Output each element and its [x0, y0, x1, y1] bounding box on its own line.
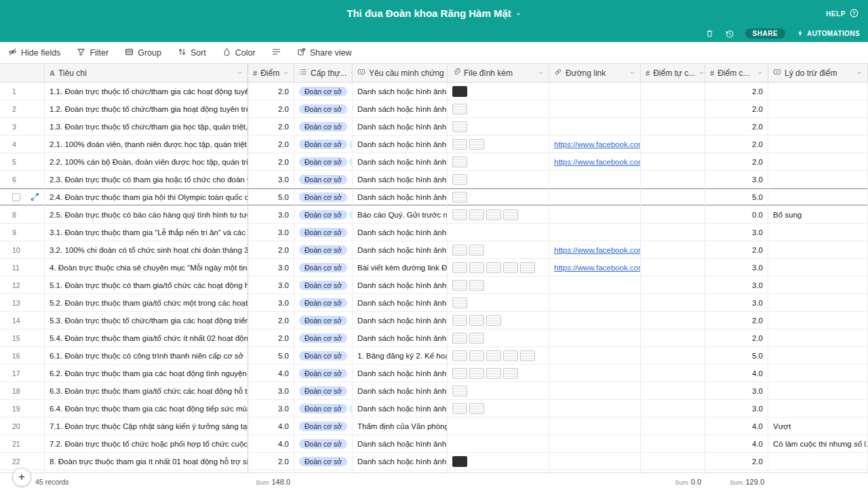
- cell-row-number[interactable]: 11: [0, 259, 45, 276]
- cell-row-number[interactable]: 21: [0, 435, 45, 452]
- cell-tieu-chi[interactable]: 3.1. Đoàn trực thuộc tham gia “Lễ thắp n…: [45, 224, 248, 241]
- cell-file-dinh-kem[interactable]: [448, 83, 549, 100]
- cell-diem-tu-cham[interactable]: [641, 347, 705, 364]
- cell-yeu-cau-minh-chung[interactable]: Danh sách hoặc hình ảnh (...: [353, 188, 448, 205]
- attachment-thumbnail[interactable]: [452, 315, 467, 326]
- column-header-chot[interactable]: #Điểm c...: [705, 64, 768, 82]
- attachment-thumbnail[interactable]: [469, 139, 484, 150]
- cell-diem[interactable]: 2.0: [248, 453, 294, 470]
- cell-diem-chot[interactable]: 2.0: [705, 241, 768, 258]
- attachment-thumbnail[interactable]: [486, 350, 501, 361]
- cell-diem[interactable]: 3.0: [248, 171, 294, 188]
- cell-diem-tu-cham[interactable]: [641, 294, 705, 311]
- cell-cap-thuc-hien[interactable]: Đoàn cơ sở: [294, 294, 353, 311]
- cell-diem[interactable]: 2.0: [248, 83, 294, 100]
- cell-diem[interactable]: 3.0: [248, 259, 294, 276]
- cell-tieu-chi[interactable]: 2.4. Đoàn trực thuộc tham gia hội thi Ol…: [45, 188, 248, 205]
- cell-diem-chot[interactable]: 4.0: [705, 435, 768, 452]
- cell-duong-link[interactable]: [549, 224, 641, 241]
- cell-diem-tu-cham[interactable]: [641, 435, 705, 452]
- cell-file-dinh-kem[interactable]: [448, 417, 549, 434]
- cell-cap-thuc-hien[interactable]: Đoàn cơ sở: [294, 171, 353, 188]
- cell-diem[interactable]: 3.0: [248, 400, 294, 417]
- cell-row-number[interactable]: 20: [0, 417, 45, 434]
- cell-diem-chot[interactable]: 2.0: [705, 329, 768, 346]
- column-header-diem[interactable]: #Điểm: [248, 64, 294, 82]
- attachment-thumbnail[interactable]: [469, 403, 484, 414]
- cell-diem[interactable]: 2.0: [248, 329, 294, 346]
- cell-row-number[interactable]: 13: [0, 294, 45, 311]
- cell-diem-chot[interactable]: 2.0: [705, 100, 768, 117]
- cell-ly-do-tru-diem[interactable]: [768, 329, 868, 346]
- attachment-thumbnail[interactable]: [503, 209, 518, 220]
- attachment-thumbnail[interactable]: [452, 262, 467, 273]
- cell-ly-do-tru-diem[interactable]: Vượt: [768, 417, 868, 434]
- cell-duong-link[interactable]: [549, 382, 641, 399]
- cell-diem[interactable]: 2.0: [248, 312, 294, 329]
- cell-diem-chot[interactable]: 3.0: [705, 400, 768, 417]
- cell-tieu-chi[interactable]: 6.1. Đoàn trực thuộc có công trình thanh…: [45, 347, 248, 364]
- cell-tieu-chi[interactable]: 2.1. 100% đoàn viên, thanh niên được học…: [45, 136, 248, 152]
- cell-row-number[interactable]: 1: [0, 83, 45, 100]
- cell-diem-chot[interactable]: 3.0: [705, 294, 768, 311]
- cell-ly-do-tru-diem[interactable]: [768, 312, 868, 329]
- cell-diem-chot[interactable]: 4.0: [705, 417, 768, 434]
- cell-diem-tu-cham[interactable]: [641, 277, 705, 293]
- url-link[interactable]: https://www.facebook.com...: [554, 246, 641, 254]
- cell-row-number[interactable]: 16: [0, 347, 45, 364]
- cell-diem-chot[interactable]: 2.0: [705, 153, 768, 170]
- cell-file-dinh-kem[interactable]: [448, 347, 549, 364]
- cell-diem-tu-cham[interactable]: [641, 136, 705, 152]
- toolbar-color[interactable]: Color: [222, 47, 256, 58]
- toolbar-group[interactable]: Group: [125, 47, 161, 58]
- cell-diem-chot[interactable]: 2.0: [705, 453, 768, 470]
- attachment-thumbnail[interactable]: [452, 174, 467, 185]
- cell-yeu-cau-minh-chung[interactable]: Danh sách hoặc hình ảnh (...: [353, 153, 448, 170]
- cell-cap-thuc-hien[interactable]: Đoàn cơ sở: [294, 224, 353, 241]
- cell-ly-do-tru-diem[interactable]: [768, 224, 868, 241]
- attachment-thumbnail[interactable]: [452, 298, 467, 308]
- cell-yeu-cau-minh-chung[interactable]: Danh sách hoặc hình ảnh (...: [353, 400, 448, 417]
- chevron-down-icon[interactable]: [283, 70, 289, 76]
- cell-duong-link[interactable]: [549, 118, 641, 135]
- row-checkbox[interactable]: [12, 193, 20, 201]
- cell-tieu-chi[interactable]: 3.2. 100% chi đoàn có tổ chức sinh hoạt …: [45, 241, 248, 258]
- cell-diem-chot[interactable]: 3.0: [705, 382, 768, 399]
- cell-diem[interactable]: 3.0: [248, 277, 294, 293]
- cell-cap-thuc-hien[interactable]: Đoàn cơ sởC: [294, 206, 353, 223]
- attachment-thumbnail[interactable]: [469, 262, 484, 273]
- column-header-tieu_chi[interactable]: ATiêu chí: [45, 64, 248, 82]
- cell-row-number[interactable]: 14: [0, 312, 45, 329]
- cell-diem[interactable]: 5.0: [248, 188, 294, 205]
- cell-tieu-chi[interactable]: 5.2. Đoàn trực thuộc tham gia/tổ chức mộ…: [45, 294, 248, 311]
- cell-cap-thuc-hien[interactable]: Đoàn cơ sở: [294, 435, 353, 452]
- cell-yeu-cau-minh-chung[interactable]: Danh sách hoặc hình ảnh (...: [353, 171, 448, 188]
- cell-ly-do-tru-diem[interactable]: [768, 153, 868, 170]
- cell-diem-tu-cham[interactable]: [641, 206, 705, 223]
- cell-yeu-cau-minh-chung[interactable]: Thẩm định của Văn phòng ...: [353, 417, 448, 434]
- cell-yeu-cau-minh-chung[interactable]: Danh sách hoặc hình ảnh (...: [353, 312, 448, 329]
- sum-diem-chot[interactable]: Sum129.0: [707, 472, 764, 490]
- cell-diem[interactable]: 4.0: [248, 417, 294, 434]
- cell-ly-do-tru-diem[interactable]: [768, 400, 868, 417]
- cell-duong-link[interactable]: https://www.facebook.com...: [549, 259, 641, 276]
- attachment-thumbnail[interactable]: [452, 121, 467, 132]
- cell-duong-link[interactable]: https://www.facebook.com...: [549, 153, 641, 170]
- cell-row-number[interactable]: 15: [0, 329, 45, 346]
- cell-duong-link[interactable]: [549, 312, 641, 329]
- chevron-down-icon[interactable]: [698, 70, 705, 76]
- cell-yeu-cau-minh-chung[interactable]: Danh sách hoặc hình ảnh (...: [353, 365, 448, 382]
- cell-row-number[interactable]: 10: [0, 241, 45, 258]
- column-header-minh_chung[interactable]: Yêu cầu minh chứng: [353, 64, 448, 82]
- cell-row-number[interactable]: 12: [0, 277, 45, 293]
- cell-file-dinh-kem[interactable]: [448, 435, 549, 452]
- cell-cap-thuc-hien[interactable]: Đoàn cơ sở: [294, 100, 353, 117]
- chevron-down-icon[interactable]: [856, 70, 863, 76]
- cell-cap-thuc-hien[interactable]: Đoàn cơ sở: [294, 453, 353, 470]
- cell-row-number[interactable]: 4: [0, 136, 45, 152]
- cell-ly-do-tru-diem[interactable]: [768, 188, 868, 205]
- cell-cap-thuc-hien[interactable]: Đoàn cơ sở: [294, 347, 353, 364]
- chevron-down-icon[interactable]: [538, 70, 544, 76]
- cell-diem-tu-cham[interactable]: [641, 188, 705, 205]
- cell-duong-link[interactable]: [549, 347, 641, 364]
